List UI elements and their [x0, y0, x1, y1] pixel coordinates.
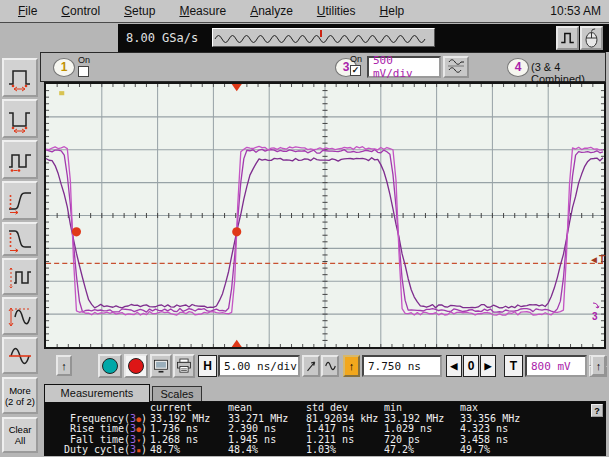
delay-marker-button[interactable]: ↑: [343, 355, 360, 377]
tab-scales[interactable]: Scales: [152, 386, 202, 402]
measurements-header: currentmeanstd devminmax: [46, 403, 590, 414]
channel-1-on-checkbox[interactable]: [78, 66, 89, 77]
menu-utilities[interactable]: Utilities: [305, 4, 368, 18]
measurements-panel: currentmeanstd devminmaxFrequency(3●)33.…: [44, 401, 606, 456]
right-arrow-icon: ▶: [485, 361, 492, 371]
sine-icon: [324, 358, 337, 374]
menu-analyze[interactable]: Analyze: [238, 4, 305, 18]
horizontal-setup-button[interactable]: H: [198, 355, 217, 377]
trigger-arrow-icon: ◄: [589, 254, 599, 265]
vertical-scale-spinner[interactable]: [443, 56, 469, 78]
channel-4-badge[interactable]: 4: [507, 58, 529, 77]
measure-average-button[interactable]: [2, 337, 38, 374]
measurements-table: currentmeanstd devminmaxFrequency(3●)33.…: [46, 403, 590, 456]
channel-1-badge[interactable]: 1: [53, 58, 75, 77]
realtime-mode-button[interactable]: [321, 355, 339, 377]
measure-period-button[interactable]: [2, 140, 38, 179]
left-arrow-icon: ◀: [451, 361, 458, 371]
period-icon: [7, 146, 33, 174]
trigger-level-marker[interactable]: ◄T: [589, 254, 605, 265]
menu-items: FileControlSetupMeasureAnalyzeUtilitiesH…: [6, 4, 416, 18]
menu-setup[interactable]: Setup: [112, 4, 167, 18]
stop-icon: [128, 358, 144, 374]
fall-time-icon: [7, 225, 33, 253]
mouse-icon: [582, 28, 601, 48]
help-button[interactable]: ?: [591, 404, 603, 417]
pulse-icon: [558, 29, 577, 47]
delay-arrow-icon: ↑: [349, 360, 355, 372]
screen-copy-button[interactable]: [150, 354, 172, 378]
ramp-icon: [305, 358, 318, 374]
measure-pulse-amplitude-button[interactable]: [2, 258, 38, 295]
pulse-width-positive-icon: [7, 64, 33, 92]
menu-file[interactable]: File: [6, 4, 49, 18]
stop-button[interactable]: [124, 354, 148, 378]
channel-bar: 1 On 3 On ✓ 500 mV/div 4 (3 & 4 Combined…: [40, 52, 606, 82]
measure-sine-amplitude-button[interactable]: [2, 297, 38, 335]
curved-arrow-icon: [592, 302, 600, 310]
more-measurements-button[interactable]: More (2 of 2): [2, 377, 38, 414]
trigger-setup-button[interactable]: T: [504, 355, 523, 377]
pulse-amplitude-icon: [7, 263, 33, 291]
measure-pwidth-neg-button[interactable]: [2, 99, 38, 138]
waveform-display: ◄T 3: [44, 82, 606, 349]
menu-help[interactable]: Help: [368, 4, 417, 18]
measure-risetime-button[interactable]: [2, 181, 38, 220]
channel-3-position-marker[interactable]: 3: [592, 300, 604, 322]
measurement-row-duty-cycle: Duty cycle(3▪)48.7%48.4%1.03%47.2%49.7%: [46, 445, 590, 456]
channel-3-on-checkbox[interactable]: ✓: [350, 65, 361, 76]
clear-all-button[interactable]: Clear All: [2, 417, 38, 453]
rise-time-icon: [7, 187, 33, 215]
printer-icon: [175, 357, 193, 375]
measurement-row-rise-time: Rise time(3●)1.736 ns2.390 ns1.417 ns1.0…: [46, 424, 590, 435]
sweep-zoom-button[interactable]: [302, 355, 320, 377]
run-button[interactable]: [98, 354, 122, 378]
trigger-level-field[interactable]: 800 mV: [525, 355, 587, 377]
sample-rate: 8.00 GSa/s: [126, 31, 198, 45]
horizontal-toolbar: ↑ H 5.00 ns/div: [40, 351, 606, 382]
measure-falltime-button[interactable]: [2, 222, 38, 256]
zero-delay-button[interactable]: 0: [463, 355, 479, 377]
pulse-mode-button[interactable]: [556, 26, 579, 50]
channel-3-on-label: On: [350, 54, 362, 64]
sine-amplitude-icon: [7, 302, 33, 330]
clock: 10:53 AM: [550, 4, 603, 18]
menubar: FileControlSetupMeasureAnalyzeUtilitiesH…: [0, 0, 609, 23]
pulse-width-negative-icon: [7, 105, 33, 133]
mouse-mode-button[interactable]: [580, 26, 603, 50]
run-icon: [102, 358, 118, 374]
print-button[interactable]: [173, 354, 195, 378]
up-arrow-icon: ↑: [61, 360, 67, 372]
acquisition-bar: 8.00 GSa/s: [118, 24, 609, 52]
expand-left-button[interactable]: ↑: [56, 355, 72, 376]
screen-icon: [152, 357, 170, 375]
average-icon: [7, 342, 33, 370]
oscilloscope-app: FileControlSetupMeasureAnalyzeUtilitiesH…: [0, 0, 609, 457]
waveform-svg: [46, 84, 604, 347]
pan-right-button[interactable]: ▶: [480, 355, 496, 377]
measure-pwidth-pos-button[interactable]: [2, 58, 38, 97]
delay-field[interactable]: 7.750 ns: [362, 355, 442, 377]
channel-1-on-label: On: [78, 55, 90, 65]
menu-control[interactable]: Control: [49, 4, 112, 18]
menu-measure[interactable]: Measure: [167, 4, 238, 18]
wave-spinner-icon: [446, 58, 466, 74]
channel-3-scale-field[interactable]: 500 mV/div: [367, 56, 441, 78]
timebase-field[interactable]: 5.00 ns/div: [218, 355, 300, 377]
pan-left-button[interactable]: ◀: [446, 355, 462, 377]
preview-waveform-icon: [213, 29, 432, 44]
timebase-preview[interactable]: [212, 28, 435, 47]
up-arrow-icon: ↑: [596, 360, 602, 372]
expand-right-button[interactable]: ↑: [591, 355, 606, 376]
tab-measurements[interactable]: Measurements: [44, 384, 150, 402]
